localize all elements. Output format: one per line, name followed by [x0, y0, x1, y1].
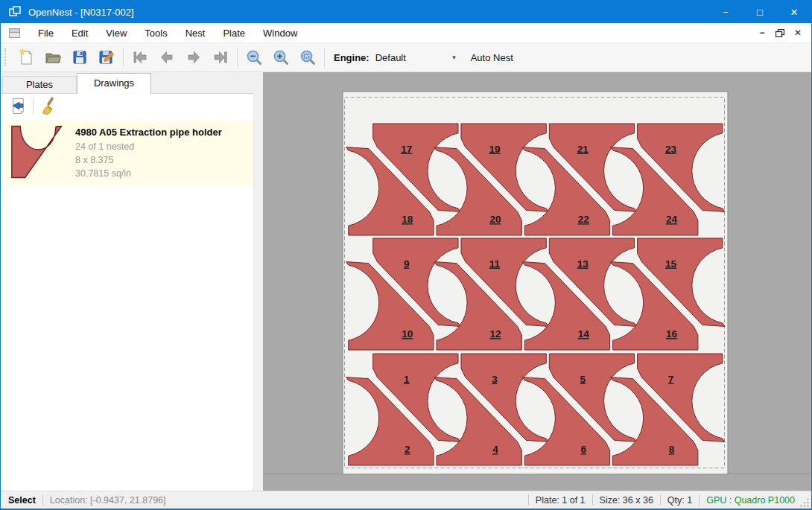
menu-view[interactable]: View: [97, 25, 136, 42]
mdi-close-button[interactable]: ✕: [789, 25, 807, 40]
part-number-label: 1: [404, 374, 410, 385]
part-number-label: 21: [577, 144, 589, 155]
mdi-document-icon[interactable]: [9, 28, 20, 38]
engine-selected-value: Default: [375, 52, 449, 63]
import-drawing-button[interactable]: [7, 95, 31, 116]
close-button[interactable]: ✕: [777, 1, 811, 23]
mdi-restore-button[interactable]: [771, 25, 789, 40]
drawing-area: 30.7815 sq/in: [75, 168, 222, 181]
panel-scrollbar[interactable]: [253, 93, 263, 491]
part-number-label: 12: [489, 328, 501, 340]
zoom-in-button[interactable]: [267, 45, 294, 69]
part-number-label: 19: [489, 144, 500, 155]
toolbar-grip[interactable]: [4, 48, 9, 66]
new-button[interactable]: [13, 45, 39, 69]
first-arrow-icon: [131, 48, 149, 66]
status-location: Location: [-0.9437, 21.8796]: [50, 495, 166, 506]
save-edit-icon: [98, 48, 115, 66]
zoom-fit-icon: [299, 48, 317, 66]
nest-canvas[interactable]: 171819202122232491011121314151612345678: [263, 72, 811, 491]
open-button[interactable]: [39, 45, 66, 69]
menu-nest[interactable]: Nest: [177, 25, 215, 42]
status-mode: Select: [8, 495, 36, 506]
maximize-button[interactable]: □: [743, 1, 777, 23]
previous-plate-button[interactable]: [153, 45, 180, 69]
part-number-label: 9: [404, 258, 410, 270]
status-qty: Qty: 1: [667, 495, 692, 506]
part-number-label: 14: [578, 328, 590, 340]
auto-nest-button[interactable]: Auto Nest: [463, 49, 521, 66]
status-gpu: GPU : Quadro P1000: [706, 495, 795, 506]
drawing-list-item[interactable]: 4980 A05 Extraction pipe holder 24 of 1 …: [5, 120, 253, 185]
part-number-label: 17: [401, 144, 412, 155]
toolbar-separator: [123, 48, 124, 67]
next-arrow-icon: [185, 48, 203, 66]
mdi-minimize-button[interactable]: −: [753, 25, 771, 40]
part-number-label: 16: [666, 328, 678, 340]
toolbar-separator: [237, 48, 238, 67]
new-document-icon: [17, 48, 35, 66]
menu-file[interactable]: File: [29, 25, 63, 42]
part-number-label: 15: [665, 258, 677, 270]
status-plate: Plate: 1 of 1: [536, 495, 586, 506]
part-number-label: 4: [492, 444, 498, 455]
app-icon: [9, 6, 21, 18]
drawing-nested-count: 24 of 1 nested: [75, 141, 222, 154]
menu-plate[interactable]: Plate: [214, 25, 254, 42]
panel-tabstrip: Plates Drawings: [1, 72, 263, 94]
zoom-in-icon: [272, 48, 290, 66]
subtoolbar-separator: [33, 98, 34, 114]
menu-tools[interactable]: Tools: [136, 25, 176, 42]
engine-select[interactable]: Default ▾: [375, 48, 459, 66]
save-icon: [71, 48, 89, 66]
import-arrow-icon: [10, 97, 28, 115]
part-number-label: 2: [405, 444, 410, 455]
part-number-label: 24: [666, 214, 678, 225]
main-toolbar: Engine: Default ▾ Auto Nest: [1, 43, 811, 72]
minimize-button[interactable]: −: [708, 1, 743, 23]
last-plate-button[interactable]: [207, 45, 234, 69]
menu-edit[interactable]: Edit: [63, 25, 97, 42]
first-plate-button[interactable]: [127, 45, 153, 69]
status-size: Size: 36 x 36: [600, 495, 653, 506]
part-number-label: 13: [577, 258, 589, 270]
zoom-out-icon: [245, 48, 263, 66]
menu-window[interactable]: Window: [254, 25, 306, 42]
engine-label: Engine:: [334, 52, 369, 63]
open-folder-icon: [44, 48, 62, 66]
part-number-label: 8: [669, 444, 675, 455]
save-edit-button[interactable]: [93, 45, 120, 69]
resize-grip[interactable]: [799, 497, 810, 508]
menu-bar: File Edit View Tools Nest Plate Window −…: [1, 23, 811, 43]
drawing-size: 8 x 8.375: [75, 154, 222, 168]
part-number-label: 6: [581, 444, 587, 455]
part-number-label: 11: [489, 258, 501, 270]
clear-drawings-button[interactable]: [36, 95, 60, 116]
restore-icon: [775, 29, 784, 37]
nest-view: 171819202122232491011121314151612345678: [263, 72, 811, 494]
save-button[interactable]: [66, 45, 93, 69]
toolbar-separator: [324, 48, 325, 67]
part-number-label: 20: [489, 214, 501, 225]
part-number-label: 7: [668, 374, 674, 385]
tab-drawings[interactable]: Drawings: [77, 73, 151, 94]
part-thumbnail: [11, 125, 63, 180]
app-window: OpenNest - [N0317-002] − □ ✕ File Edit V…: [0, 0, 812, 510]
zoom-fit-button[interactable]: [294, 45, 321, 69]
window-title: OpenNest - [N0317-002]: [28, 7, 708, 18]
part-number-label: 18: [402, 214, 413, 225]
chevron-down-icon: ▾: [449, 54, 459, 61]
drawing-title: 4980 A05 Extraction pipe holder: [75, 127, 222, 138]
next-plate-button[interactable]: [180, 45, 207, 69]
tab-plates[interactable]: Plates: [2, 76, 77, 93]
title-bar: OpenNest - [N0317-002] − □ ✕: [1, 1, 811, 23]
part-number-label: 23: [665, 144, 677, 155]
zoom-out-button[interactable]: [241, 45, 267, 69]
last-arrow-icon: [212, 48, 229, 66]
part-number-label: 3: [492, 374, 498, 385]
left-panel: Plates Drawings: [1, 72, 263, 491]
part-number-label: 10: [402, 328, 413, 340]
previous-arrow-icon: [158, 48, 176, 66]
part-number-label: 5: [580, 374, 586, 385]
part-number-label: 22: [578, 214, 589, 225]
